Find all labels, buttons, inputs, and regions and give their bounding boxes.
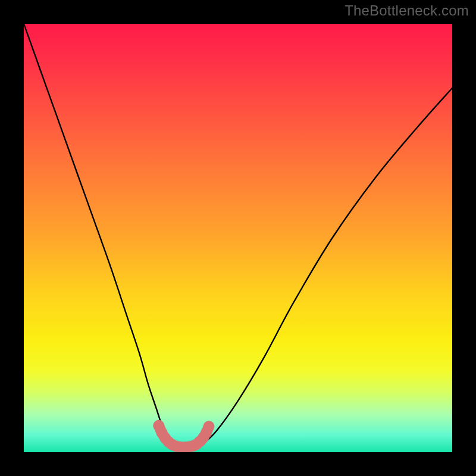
bottom-marker-dot [203,421,215,432]
chart-frame: TheBottleneck.com [0,0,476,476]
watermark-label: TheBottleneck.com [345,2,469,19]
curve-layer [24,24,452,452]
plot-area [24,24,452,452]
bottleneck-curve [24,24,452,448]
